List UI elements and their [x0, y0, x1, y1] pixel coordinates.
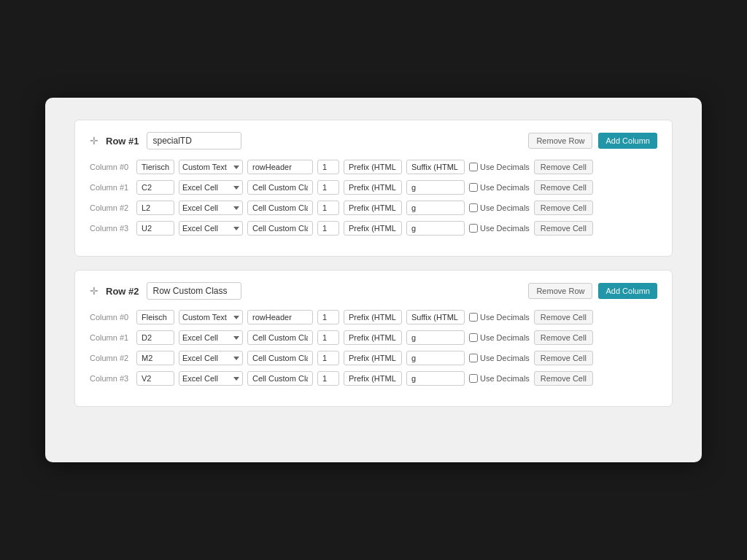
use-decimals-label-0-3[interactable]: Use Decimals: [469, 224, 530, 233]
column-class-input-1-0[interactable]: [247, 310, 313, 324]
column-row-1-1: Column #1Custom TextExcel CellFormulaUse…: [90, 330, 657, 345]
column-class-input-1-3[interactable]: [247, 371, 313, 386]
column-number-input-0-3[interactable]: [317, 221, 339, 236]
add-column-button-0[interactable]: Add Column: [598, 133, 657, 149]
column-row-0-0: Column #0Custom TextExcel CellFormulaUse…: [90, 160, 657, 174]
drag-handle-0[interactable]: ✛: [90, 135, 98, 147]
use-decimals-checkbox-0-2[interactable]: [469, 203, 478, 212]
remove-cell-button-0-1[interactable]: Remove Cell: [534, 180, 593, 195]
column-suffix-input-1-1[interactable]: [406, 330, 465, 345]
column-type-select-0-1[interactable]: Custom TextExcel CellFormula: [179, 180, 243, 195]
column-prefix-input-0-0[interactable]: [344, 160, 402, 174]
column-class-input-1-1[interactable]: [247, 330, 313, 345]
use-decimals-text-1-3: Use Decimals: [480, 374, 530, 383]
column-suffix-input-1-2[interactable]: [406, 351, 465, 365]
column-row-1-2: Column #2Custom TextExcel CellFormulaUse…: [90, 351, 657, 365]
row-block-0: ✛Row #1Remove RowAdd ColumnColumn #0Cust…: [74, 120, 673, 257]
column-name-input-0-3[interactable]: [136, 221, 174, 236]
use-decimals-checkbox-1-1[interactable]: [469, 333, 478, 342]
column-prefix-input-0-2[interactable]: [344, 201, 402, 215]
column-name-input-1-1[interactable]: [136, 330, 174, 345]
use-decimals-checkbox-0-1[interactable]: [469, 183, 478, 192]
use-decimals-checkbox-0-0[interactable]: [469, 163, 478, 171]
remove-cell-button-1-3[interactable]: Remove Cell: [534, 371, 593, 386]
column-suffix-input-0-0[interactable]: [406, 160, 465, 174]
column-number-input-1-1[interactable]: [317, 330, 339, 345]
column-suffix-input-0-2[interactable]: [406, 201, 465, 215]
column-number-input-0-1[interactable]: [317, 180, 339, 195]
column-type-select-0-2[interactable]: Custom TextExcel CellFormula: [179, 201, 243, 215]
use-decimals-label-0-1[interactable]: Use Decimals: [469, 183, 530, 192]
column-name-input-1-3[interactable]: [136, 371, 174, 386]
use-decimals-checkbox-1-2[interactable]: [469, 354, 478, 362]
use-decimals-text-1-1: Use Decimals: [480, 333, 530, 342]
add-column-button-1[interactable]: Add Column: [598, 283, 657, 299]
remove-row-button-0[interactable]: Remove Row: [528, 133, 592, 149]
column-prefix-input-0-1[interactable]: [344, 180, 402, 195]
column-number-input-0-2[interactable]: [317, 201, 339, 215]
column-row-1-0: Column #0Custom TextExcel CellFormulaUse…: [90, 310, 657, 324]
column-class-input-0-1[interactable]: [247, 180, 313, 195]
column-label-0-2: Column #2: [90, 203, 132, 212]
column-prefix-input-1-0[interactable]: [344, 310, 402, 324]
row-header-left-0: ✛Row #1: [90, 132, 241, 149]
column-suffix-input-0-3[interactable]: [406, 221, 465, 236]
use-decimals-label-0-2[interactable]: Use Decimals: [469, 203, 530, 212]
remove-cell-button-0-0[interactable]: Remove Cell: [534, 160, 593, 174]
column-label-0-1: Column #1: [90, 183, 132, 192]
use-decimals-text-0-0: Use Decimals: [480, 163, 530, 171]
column-number-input-1-3[interactable]: [317, 371, 339, 386]
column-number-input-1-2[interactable]: [317, 351, 339, 365]
row-block-1: ✛Row #2Remove RowAdd ColumnColumn #0Cust…: [74, 270, 673, 407]
column-suffix-input-0-1[interactable]: [406, 180, 465, 195]
remove-cell-button-1-0[interactable]: Remove Cell: [534, 310, 593, 324]
row-header-right-1: Remove RowAdd Column: [528, 283, 657, 299]
column-name-input-0-2[interactable]: [136, 201, 174, 215]
column-type-select-0-3[interactable]: Custom TextExcel CellFormula: [179, 221, 243, 236]
column-prefix-input-1-2[interactable]: [344, 351, 402, 365]
use-decimals-checkbox-1-0[interactable]: [469, 313, 478, 322]
drag-handle-1[interactable]: ✛: [90, 285, 98, 297]
use-decimals-label-1-2[interactable]: Use Decimals: [469, 354, 530, 362]
column-type-select-0-0[interactable]: Custom TextExcel CellFormula: [179, 160, 243, 174]
column-type-select-1-2[interactable]: Custom TextExcel CellFormula: [179, 351, 243, 365]
rows-container: ✛Row #1Remove RowAdd ColumnColumn #0Cust…: [74, 120, 673, 407]
column-class-input-0-3[interactable]: [247, 221, 313, 236]
remove-row-button-1[interactable]: Remove Row: [528, 283, 592, 299]
column-prefix-input-1-1[interactable]: [344, 330, 402, 345]
column-type-select-1-1[interactable]: Custom TextExcel CellFormula: [179, 330, 243, 345]
column-type-select-1-0[interactable]: Custom TextExcel CellFormula: [179, 310, 243, 324]
use-decimals-checkbox-0-3[interactable]: [469, 224, 478, 233]
column-class-input-0-0[interactable]: [247, 160, 313, 174]
column-class-input-1-2[interactable]: [247, 351, 313, 365]
use-decimals-label-1-0[interactable]: Use Decimals: [469, 313, 530, 322]
remove-cell-button-0-3[interactable]: Remove Cell: [534, 221, 593, 236]
column-number-input-1-0[interactable]: [317, 310, 339, 324]
column-class-input-0-2[interactable]: [247, 201, 313, 215]
remove-cell-button-0-2[interactable]: Remove Cell: [534, 201, 593, 215]
row-class-input-1[interactable]: [147, 282, 241, 300]
column-label-1-1: Column #1: [90, 333, 132, 342]
column-prefix-input-1-3[interactable]: [344, 371, 402, 386]
column-name-input-1-0[interactable]: [136, 310, 174, 324]
column-row-1-3: Column #3Custom TextExcel CellFormulaUse…: [90, 371, 657, 386]
use-decimals-label-1-3[interactable]: Use Decimals: [469, 374, 530, 383]
use-decimals-label-1-1[interactable]: Use Decimals: [469, 333, 530, 342]
column-number-input-0-0[interactable]: [317, 160, 339, 174]
use-decimals-checkbox-1-3[interactable]: [469, 374, 478, 383]
column-suffix-input-1-3[interactable]: [406, 371, 465, 386]
column-name-input-1-2[interactable]: [136, 351, 174, 365]
column-name-input-0-0[interactable]: [136, 160, 174, 174]
remove-cell-button-1-1[interactable]: Remove Cell: [534, 330, 593, 345]
use-decimals-text-0-3: Use Decimals: [480, 224, 530, 233]
column-suffix-input-1-0[interactable]: [406, 310, 465, 324]
column-prefix-input-0-3[interactable]: [344, 221, 402, 236]
column-name-input-0-1[interactable]: [136, 180, 174, 195]
remove-cell-button-1-2[interactable]: Remove Cell: [534, 351, 593, 365]
column-label-0-0: Column #0: [90, 163, 132, 171]
use-decimals-text-0-2: Use Decimals: [480, 203, 530, 212]
row-class-input-0[interactable]: [147, 132, 241, 149]
use-decimals-label-0-0[interactable]: Use Decimals: [469, 163, 530, 171]
column-type-select-1-3[interactable]: Custom TextExcel CellFormula: [179, 371, 243, 386]
use-decimals-text-1-0: Use Decimals: [480, 313, 530, 322]
